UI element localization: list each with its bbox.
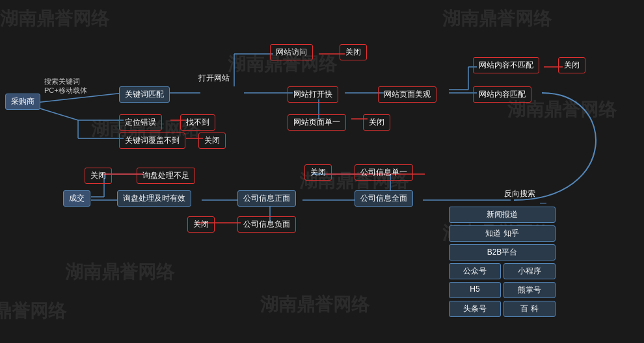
watermark-9: 湖南鼎誉网络: [442, 6, 552, 31]
wangzhan-danyi-node: 网站页面单一: [288, 114, 346, 131]
pcyidong-label: PC+移动载体: [44, 86, 87, 95]
toutiaohao: 头条号: [449, 301, 501, 317]
guanbi-neirong-node: 关闭: [558, 57, 585, 73]
watermark-6: 湖南鼎誉网络: [65, 260, 174, 285]
guanbi-fangwen-node: 关闭: [340, 44, 367, 60]
guanbi-fugai-node: 关闭: [198, 133, 226, 149]
caigou-node: 采购商: [5, 94, 40, 110]
xunpan-buchao-node: 询盘处理不足: [137, 168, 195, 184]
zhidao-zhihu: 知道 知乎: [449, 225, 556, 242]
caigou-label: 采购商: [5, 94, 40, 110]
xinwen-baodao: 新闻报道: [449, 207, 556, 223]
guanbi-quanmian-node: 关闭: [304, 164, 332, 181]
svg-line-1: [36, 107, 78, 120]
wangzhan-fangwen-node: 网站访问: [270, 44, 313, 60]
zhaobuchao-node: 找不到: [180, 114, 215, 131]
fugai-buchao-node: 关键词覆盖不到: [119, 133, 185, 149]
guanbi-danyi-node: 关闭: [363, 114, 390, 131]
b2b-platform: B2B平台: [449, 244, 556, 260]
fanxiang-grid: 新闻报道 知道 知乎 B2B平台 公众号 小程序 H5 熊掌号 头条号 百 科: [449, 207, 556, 317]
gongsi-quanmian-node: 公司信息全面: [355, 190, 413, 207]
dakai-wangzhan-label: 打开网站: [198, 73, 230, 84]
watermark-1: 湖南鼎誉网络: [0, 6, 109, 31]
sousuoguanjianci-label: 搜索关键词: [44, 77, 80, 86]
gongsi-fumian-node: 公司信息负面: [237, 216, 296, 233]
watermark-7: 湖南鼎誉网络: [260, 292, 369, 317]
xunpan-youxiao-node: 询盘处理及时有效: [117, 190, 191, 207]
baike: 百 科: [503, 301, 556, 317]
neirong-bupipei-node: 网站内容不匹配: [473, 57, 539, 73]
guanbi-fumian-node: 关闭: [187, 216, 215, 233]
wangzhan-dakai-kuai-node: 网站打开快: [288, 86, 338, 103]
guanjianci-pipei-node: 关键词匹配: [119, 86, 170, 103]
dingwei-cuowu-node: 定位错误: [119, 114, 162, 131]
neirong-pipei-node: 网站内容匹配: [473, 86, 531, 103]
gongsi-zhengmian-node: 公司信息正面: [237, 190, 296, 207]
guanbi-xunpan-node: 关闭: [85, 168, 112, 184]
wangzhan-meigu-node: 网站页面美观: [378, 86, 436, 103]
xiongzhanghao: 熊掌号: [503, 282, 556, 298]
chengji-node: 成交: [63, 190, 90, 207]
gongzhonghao: 公众号: [449, 263, 501, 279]
h5: H5: [449, 282, 501, 298]
fanxiang-sousuo-label: 反向搜索: [504, 188, 535, 199]
xiaochengxu: 小程序: [503, 263, 556, 279]
watermark-8: 鼎誉网络: [0, 299, 66, 324]
gongsi-danyi-node: 公司信息单一: [355, 164, 413, 181]
